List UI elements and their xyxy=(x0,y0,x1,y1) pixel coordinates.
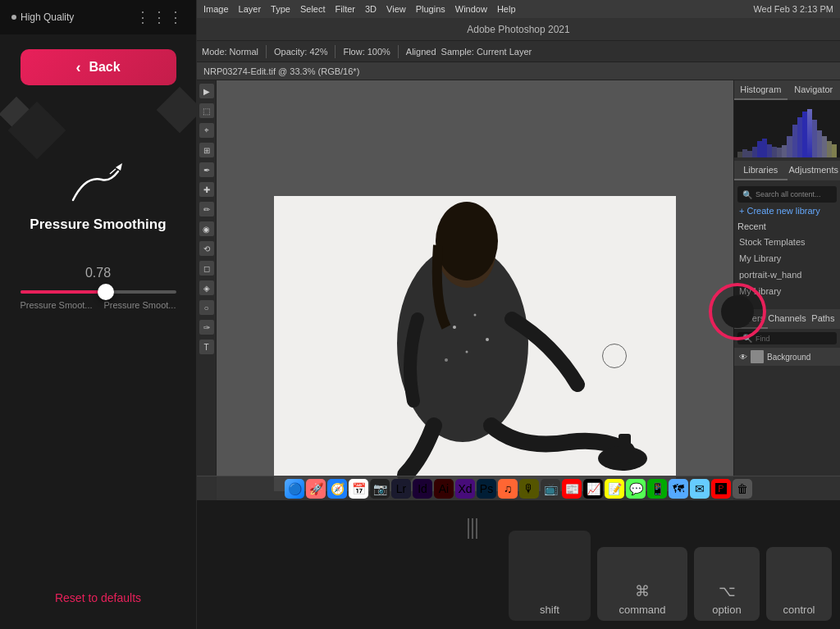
back-button[interactable]: ‹ Back xyxy=(21,49,176,85)
dock-safari[interactable]: 🧭 xyxy=(327,479,347,499)
back-arrow-icon: ‹ xyxy=(75,59,80,76)
menu-item-select[interactable]: Select xyxy=(300,4,326,14)
left-panel: High Quality ⋮⋮⋮ ‹ Back Pressure Smoothi… xyxy=(0,0,197,629)
tool-move[interactable]: ▶ xyxy=(199,84,214,98)
svg-point-9 xyxy=(486,338,489,341)
menu-item-window[interactable]: Window xyxy=(455,4,487,14)
shift-key[interactable]: shift xyxy=(509,531,591,621)
pressure-smoothing-slider[interactable] xyxy=(21,290,176,294)
tab-navigator[interactable]: Navigator xyxy=(788,80,841,100)
quality-label: High Quality xyxy=(11,11,74,23)
dock-news[interactable]: 📰 xyxy=(562,479,582,499)
menu-item-filter[interactable]: Filter xyxy=(336,4,355,14)
opacity-selector[interactable]: Opacity: 42% xyxy=(274,47,327,57)
layer-name-label: Background xyxy=(767,353,810,362)
menu-item-image[interactable]: Image xyxy=(203,4,229,14)
sample-label: Sample: xyxy=(441,47,474,57)
library-item-0[interactable]: Stock Templates xyxy=(737,234,837,250)
svg-rect-6 xyxy=(619,434,631,463)
menu-item-plugins[interactable]: Plugins xyxy=(416,4,445,14)
menu-item-layer[interactable]: Layer xyxy=(239,4,262,14)
icon-area: Pressure Smoothing xyxy=(30,159,166,233)
dock-music[interactable]: ♫ xyxy=(498,479,518,499)
dock-trash[interactable]: 🗑 xyxy=(733,479,752,499)
sample-selector[interactable]: Sample: Current Layer xyxy=(441,47,532,57)
dock-photos[interactable]: 📷 xyxy=(370,479,390,499)
dock-ps[interactable]: Ps xyxy=(477,479,496,499)
create-library-button[interactable]: + Create new library xyxy=(737,203,837,219)
sample-value: Current Layer xyxy=(477,47,532,57)
ps-title-text: Adobe Photoshop 2021 xyxy=(467,24,569,35)
diamond-shape-3 xyxy=(157,87,203,134)
search-placeholder-text: Search all content... xyxy=(756,190,821,198)
tab-histogram[interactable]: Histogram xyxy=(734,80,788,100)
dock-xd[interactable]: Xd xyxy=(455,479,475,499)
aligned-checkbox[interactable]: Aligned xyxy=(406,47,436,57)
flow-selector[interactable]: Flow: 100% xyxy=(343,47,390,57)
histogram-bars xyxy=(734,100,840,157)
menu-item-help[interactable]: Help xyxy=(497,4,516,14)
dock-id[interactable]: Id xyxy=(413,479,432,499)
tool-dodge[interactable]: ○ xyxy=(199,300,214,315)
control-key[interactable]: control xyxy=(766,547,832,621)
tool-heal[interactable]: ✚ xyxy=(199,182,214,197)
tab-channels[interactable]: Channels xyxy=(768,309,806,329)
canvas-image xyxy=(274,196,676,491)
dock-mimestream[interactable]: ✉ xyxy=(690,479,710,499)
command-icon: ⌘ xyxy=(635,582,650,600)
dock-launchpad[interactable]: 🚀 xyxy=(306,479,326,499)
dock-facetime[interactable]: 📱 xyxy=(647,479,667,499)
tool-text[interactable]: T xyxy=(199,340,214,354)
document-tab[interactable]: NRP03274-Edit.tif @ 33.3% (RGB/16*) xyxy=(197,62,840,80)
dock-pixelmator[interactable]: 🅿 xyxy=(711,479,731,499)
library-item-2[interactable]: portrait-w_hand xyxy=(737,267,837,283)
dock-messages[interactable]: 💬 xyxy=(626,479,646,499)
tool-crop[interactable]: ⊞ xyxy=(199,143,214,157)
tool-history[interactable]: ⟲ xyxy=(199,241,214,256)
tab-paths[interactable]: Paths xyxy=(806,309,840,329)
command-key[interactable]: ⌘ command xyxy=(597,547,687,621)
svg-point-4 xyxy=(436,202,498,280)
mode-label: Mode: xyxy=(202,47,227,57)
dock-calendar[interactable]: 📅 xyxy=(349,479,368,499)
slider-value-display: 0.78 xyxy=(85,266,111,280)
menu-item-type[interactable]: Type xyxy=(271,4,290,14)
background-layer[interactable]: 👁 Background xyxy=(734,348,840,366)
dock-ai[interactable]: Ai xyxy=(434,479,454,499)
mode-selector[interactable]: Mode: Normal xyxy=(202,47,258,57)
libraries-section: 🔍 Search all content... + Create new lib… xyxy=(734,180,840,303)
tool-brush[interactable]: ✏ xyxy=(199,202,214,217)
tool-pen[interactable]: ✑ xyxy=(199,320,214,335)
option-key-label: option xyxy=(712,604,741,616)
photo-canvas xyxy=(274,196,676,491)
toolbar-sep-3 xyxy=(398,45,399,58)
option-key[interactable]: ⌥ option xyxy=(694,547,760,621)
dock-finder[interactable]: 🔵 xyxy=(285,479,304,499)
tab-adjustments[interactable]: Adjustments xyxy=(788,161,841,180)
dock-lr[interactable]: Lr xyxy=(391,479,411,499)
dock-maps[interactable]: 🗺 xyxy=(669,479,688,499)
tool-clone[interactable]: ◉ xyxy=(199,221,214,236)
menu-item-view[interactable]: View xyxy=(386,4,406,14)
menu-item-3d[interactable]: 3D xyxy=(365,4,377,14)
dock-stocks[interactable]: 📈 xyxy=(583,479,603,499)
svg-point-11 xyxy=(445,358,448,362)
dock-notes[interactable]: 📝 xyxy=(605,479,624,499)
tool-lasso[interactable]: ⌖ xyxy=(199,123,214,138)
reset-defaults-button[interactable]: Reset to defaults xyxy=(55,591,141,604)
mac-dock: 🔵 🚀 🧭 📅 📷 Lr Id Ai Xd Ps ♫ 🎙 📺 📰 📈 📝 💬 📱… xyxy=(197,476,840,500)
menu-dots: ⋮⋮⋮ xyxy=(135,8,185,26)
tool-gradient[interactable]: ◈ xyxy=(199,280,214,295)
ps-title-bar: Adobe Photoshop 2021 xyxy=(197,18,840,41)
dock-podcasts[interactable]: 🎙 xyxy=(519,479,539,499)
slider-thumb[interactable] xyxy=(98,284,114,300)
tool-eyedropper[interactable]: ✒ xyxy=(199,162,214,177)
library-item-1[interactable]: My Library xyxy=(737,250,837,267)
tool-eraser[interactable]: ◻ xyxy=(199,261,214,276)
library-search[interactable]: 🔍 Search all content... xyxy=(737,186,837,203)
tool-select[interactable]: ⬚ xyxy=(199,103,214,118)
tab-libraries[interactable]: Libraries xyxy=(734,161,788,180)
layer-visibility-icon[interactable]: 👁 xyxy=(739,353,747,362)
dock-tv[interactable]: 📺 xyxy=(541,479,560,499)
brush-cursor xyxy=(602,344,627,368)
